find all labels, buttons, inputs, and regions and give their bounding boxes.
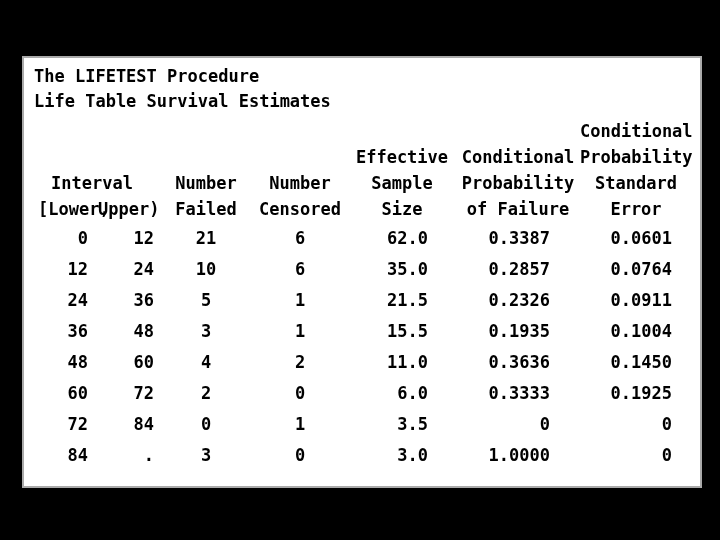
cell-prob: 0.2857 — [456, 259, 580, 279]
cell-lower: 24 — [24, 290, 92, 310]
cell-prob: 0.1935 — [456, 321, 580, 341]
cell-upper: 48 — [92, 321, 160, 341]
table-row: 6072206.00.33330.1925 — [24, 377, 700, 408]
cell-censored: 0 — [252, 445, 348, 465]
cell-size: 62.0 — [348, 228, 456, 248]
cell-se: 0.1450 — [580, 352, 692, 372]
hdr-eff-1: Effective — [348, 147, 456, 167]
cell-se: 0.0911 — [580, 290, 692, 310]
table-row: 24365121.50.23260.0911 — [24, 284, 700, 315]
cell-censored: 0 — [252, 383, 348, 403]
cell-se: 0.1925 — [580, 383, 692, 403]
header-row-1: Conditional — [24, 118, 700, 144]
header-row-4: [Lower, Upper) Failed Censored Size of F… — [24, 196, 700, 222]
procedure-title: The LIFETEST Procedure — [34, 66, 259, 86]
cell-failed: 3 — [160, 321, 252, 341]
hdr-censored-2: Censored — [252, 199, 348, 219]
header-row-2: Effective Conditional Probability — [24, 144, 700, 170]
hdr-interval: Interval — [24, 173, 160, 193]
cell-upper: 60 — [92, 352, 160, 372]
cell-size: 3.5 — [348, 414, 456, 434]
cell-prob: 0.3636 — [456, 352, 580, 372]
cell-failed: 5 — [160, 290, 252, 310]
cell-prob: 0 — [456, 414, 580, 434]
cell-lower: 0 — [24, 228, 92, 248]
hdr-se-4: Error — [580, 199, 692, 219]
hdr-se-1: Conditional — [580, 121, 692, 141]
table-row: 36483115.50.19350.1004 — [24, 315, 700, 346]
hdr-lower: [Lower, — [24, 199, 92, 219]
cell-lower: 12 — [24, 259, 92, 279]
cell-se: 0 — [580, 445, 692, 465]
cell-prob: 0.3333 — [456, 383, 580, 403]
hdr-censored-1: Number — [252, 173, 348, 193]
header-row-3: Interval Number Number Sample Probabilit… — [24, 170, 700, 196]
cell-prob: 1.0000 — [456, 445, 580, 465]
cell-failed: 4 — [160, 352, 252, 372]
hdr-eff-2: Sample — [348, 173, 456, 193]
cell-failed: 10 — [160, 259, 252, 279]
cell-prob: 0.3387 — [456, 228, 580, 248]
cell-censored: 1 — [252, 290, 348, 310]
cell-failed: 3 — [160, 445, 252, 465]
cell-size: 6.0 — [348, 383, 456, 403]
data-rows: 01221662.00.33870.0601122410635.00.28570… — [24, 222, 700, 470]
cell-upper: . — [92, 445, 160, 465]
hdr-cp-2: Probability — [456, 173, 580, 193]
cell-size: 35.0 — [348, 259, 456, 279]
hdr-se-3: Standard — [580, 173, 692, 193]
cell-failed: 2 — [160, 383, 252, 403]
hdr-failed-1: Number — [160, 173, 252, 193]
cell-se: 0.0764 — [580, 259, 692, 279]
cell-failed: 0 — [160, 414, 252, 434]
cell-censored: 6 — [252, 228, 348, 248]
cell-size: 3.0 — [348, 445, 456, 465]
hdr-cp-3: of Failure — [456, 199, 580, 219]
life-table: Conditional Effective Conditional Probab… — [24, 118, 700, 470]
cell-censored: 2 — [252, 352, 348, 372]
cell-prob: 0.2326 — [456, 290, 580, 310]
cell-se: 0 — [580, 414, 692, 434]
cell-upper: 12 — [92, 228, 160, 248]
table-title: Life Table Survival Estimates — [34, 91, 331, 111]
cell-censored: 1 — [252, 414, 348, 434]
cell-failed: 21 — [160, 228, 252, 248]
cell-se: 0.1004 — [580, 321, 692, 341]
table-row: 122410635.00.28570.0764 — [24, 253, 700, 284]
hdr-failed-2: Failed — [160, 199, 252, 219]
table-row: 48604211.00.36360.1450 — [24, 346, 700, 377]
cell-censored: 1 — [252, 321, 348, 341]
hdr-eff-3: Size — [348, 199, 456, 219]
cell-upper: 72 — [92, 383, 160, 403]
table-row: 7284013.500 — [24, 408, 700, 439]
cell-lower: 84 — [24, 445, 92, 465]
hdr-se-2: Probability — [580, 147, 692, 167]
cell-censored: 6 — [252, 259, 348, 279]
hdr-cp-1: Conditional — [456, 147, 580, 167]
cell-size: 15.5 — [348, 321, 456, 341]
cell-size: 21.5 — [348, 290, 456, 310]
cell-lower: 48 — [24, 352, 92, 372]
cell-upper: 84 — [92, 414, 160, 434]
table-row: 84.303.01.00000 — [24, 439, 700, 470]
cell-lower: 72 — [24, 414, 92, 434]
cell-se: 0.0601 — [580, 228, 692, 248]
output-panel: The LIFETEST Procedure Life Table Surviv… — [22, 56, 702, 488]
cell-size: 11.0 — [348, 352, 456, 372]
cell-lower: 60 — [24, 383, 92, 403]
cell-lower: 36 — [24, 321, 92, 341]
cell-upper: 24 — [92, 259, 160, 279]
cell-upper: 36 — [92, 290, 160, 310]
table-row: 01221662.00.33870.0601 — [24, 222, 700, 253]
hdr-upper: Upper) — [92, 199, 160, 219]
